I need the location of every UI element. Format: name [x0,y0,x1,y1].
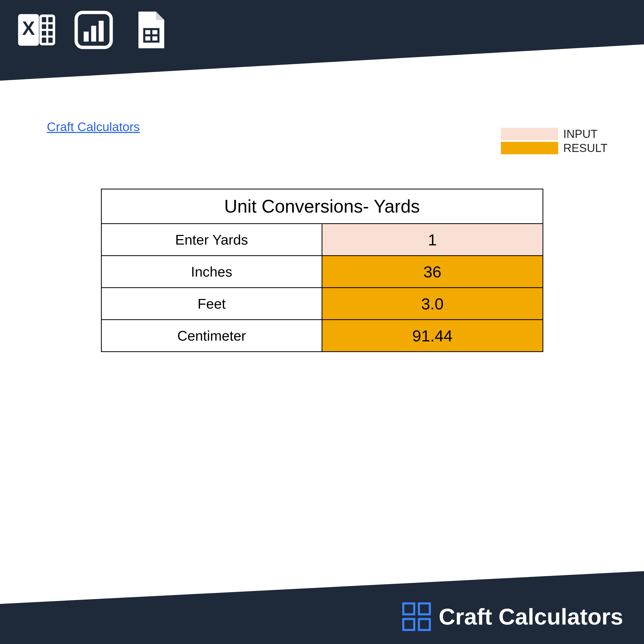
svg-rect-8 [84,31,89,41]
row-label: Feet [101,288,322,320]
footer-brand-text: Craft Calculators [439,603,623,630]
brand-logo-icon [402,602,431,631]
legend-label-result: RESULT [563,142,608,155]
conversion-table: Unit Conversions- Yards Enter Yards 1 In… [101,189,543,352]
table-row: Feet 3.0 [101,288,543,320]
table-row: Inches 36 [101,256,543,288]
legend-swatch-input [501,128,558,140]
footer-brand: Craft Calculators [402,602,623,631]
svg-text:X: X [22,17,35,39]
row-label: Enter Yards [101,224,322,256]
row-value-result: 91.44 [322,320,543,352]
content-area: Craft Calculators INPUT RESULT Unit Conv… [0,78,644,576]
bar-chart-icon [73,9,114,51]
row-value-result: 3.0 [322,288,543,320]
row-value-input[interactable]: 1 [322,224,543,256]
table-row: Centimeter 91.44 [101,320,543,352]
legend: INPUT RESULT [501,127,608,156]
legend-label-input: INPUT [563,127,598,141]
legend-swatch-result [501,142,558,154]
craft-calculators-link[interactable]: Craft Calculators [47,120,140,134]
table-row: Enter Yards 1 [101,224,543,256]
top-banner: X [0,0,644,81]
table-title: Unit Conversions- Yards [101,189,543,224]
row-label: Inches [101,256,322,288]
svg-rect-10 [99,21,104,42]
excel-icon: X [16,9,57,51]
svg-rect-9 [91,26,96,42]
row-label: Centimeter [101,320,322,352]
sheets-icon [130,9,172,51]
bottom-banner: Craft Calculators [0,571,644,644]
row-value-result: 36 [322,256,543,288]
